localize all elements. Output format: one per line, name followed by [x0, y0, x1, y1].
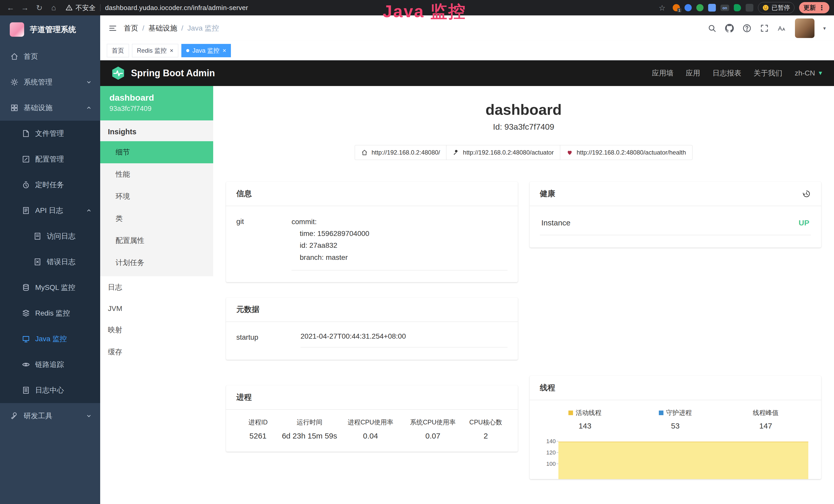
error-log-icon	[34, 258, 42, 266]
menu-fold-icon[interactable]	[108, 24, 117, 32]
process-table-values: 5261 6d 23h 15m 59s 0.04 0.07 2	[236, 432, 507, 440]
sidebar-item-devtools[interactable]: 研发工具	[0, 403, 100, 429]
home-icon	[361, 149, 368, 156]
breadcrumb-home[interactable]: 首页	[124, 23, 138, 33]
sidebar-item-file-mgmt[interactable]: 文件管理	[0, 121, 100, 146]
sidebar-item-home[interactable]: 首页	[0, 44, 100, 69]
api-log-icon	[22, 206, 30, 215]
sba-nav-applications[interactable]: 应用	[686, 68, 700, 78]
sidebar-item-label: 文件管理	[35, 129, 64, 138]
avatar[interactable]	[795, 19, 814, 38]
extension-icon-orange[interactable]: 1	[673, 4, 680, 11]
help-icon[interactable]	[743, 24, 751, 32]
mysql-icon	[22, 283, 30, 292]
kebab-menu-icon[interactable]: ⋮	[818, 4, 825, 12]
extensions-paused-pill[interactable]: 已暂停	[758, 2, 794, 13]
annotation-java-monitor: Java 监控	[383, 0, 466, 23]
sba-item-classes[interactable]: 类	[100, 207, 213, 230]
tags-view-bar: 首页 Redis 监控 × Java 监控 ×	[100, 41, 834, 60]
tab-home[interactable]: 首页	[107, 44, 129, 57]
sba-nav-about[interactable]: 关于我们	[753, 68, 782, 78]
extension-icon-blue-drop[interactable]	[684, 4, 692, 11]
browser-update-button[interactable]: 更新 ⋮	[799, 2, 829, 13]
fullscreen-icon[interactable]	[760, 24, 769, 32]
sba-item-mappings[interactable]: 映射	[100, 319, 213, 341]
legend-label: 活动线程	[576, 409, 601, 417]
tab-redis-monitor[interactable]: Redis 监控 ×	[132, 44, 178, 57]
sidebar-item-label: 链路追踪	[35, 360, 64, 369]
health-card-title: 健康	[540, 188, 555, 199]
tick-mark	[556, 441, 558, 441]
process-card-title: 进程	[236, 392, 252, 403]
sidebar-item-config-mgmt[interactable]: 配置管理	[0, 146, 100, 172]
actuator-url-link[interactable]: http://192.168.0.2:48080/actuator	[446, 145, 560, 160]
java-monitor-icon	[22, 335, 30, 343]
bookmark-star-icon[interactable]: ☆	[656, 3, 668, 12]
app-logo-row[interactable]: 芋道管理系统	[0, 16, 100, 44]
github-icon[interactable]	[725, 24, 734, 32]
sba-item-config-props[interactable]: 配置属性	[100, 230, 213, 252]
extension-icon-green-circle[interactable]	[696, 4, 704, 11]
service-url-link[interactable]: http://192.168.0.2:48080/	[355, 145, 446, 160]
active-dot	[186, 49, 189, 52]
extension-icon-puzzle[interactable]	[746, 4, 753, 12]
sba-nav-wallboard[interactable]: 应用墙	[652, 68, 674, 78]
close-icon[interactable]: ×	[222, 47, 226, 54]
sba-locale-select[interactable]: zh-CN ▼	[795, 69, 823, 77]
sidebar-item-log-center[interactable]: 日志中心	[0, 377, 100, 403]
font-size-icon[interactable]	[777, 24, 786, 32]
instance-name: dashboard	[109, 93, 204, 103]
sba-item-details[interactable]: 细节	[100, 141, 213, 163]
sidebar-item-infrastructure[interactable]: 基础设施	[0, 95, 100, 121]
sidebar-item-mysql-monitor[interactable]: MySQL 监控	[0, 275, 100, 300]
sidebar-item-java-monitor[interactable]: Java 监控	[0, 326, 100, 352]
sba-item-logs[interactable]: 日志	[100, 276, 213, 298]
forward-icon[interactable]: →	[19, 3, 31, 12]
timer-icon	[22, 181, 30, 189]
insights-label: Insights	[100, 120, 213, 141]
sidebar-item-redis-monitor[interactable]: Redis 监控	[0, 300, 100, 326]
extension-icon-on-switch[interactable]: on	[721, 5, 729, 11]
health-url-link[interactable]: http://192.168.0.2:48080/actuator/health	[560, 145, 693, 160]
sidebar-item-error-log[interactable]: 错误日志	[0, 249, 100, 275]
home-icon[interactable]: ⌂	[48, 3, 60, 12]
history-icon[interactable]	[802, 189, 811, 198]
sba-item-environment[interactable]: 环境	[100, 185, 213, 207]
breadcrumb-separator: /	[181, 24, 183, 32]
tab-label: Java 监控	[192, 46, 219, 55]
reload-icon[interactable]: ↻	[34, 3, 45, 12]
extension-icon-leaf[interactable]	[734, 4, 741, 11]
sba-item-jvm[interactable]: JVM	[100, 298, 213, 319]
avatar-caret-down-icon[interactable]: ▾	[823, 25, 826, 31]
git-commit-line: commit:	[291, 216, 507, 228]
threads-card-title: 线程	[540, 383, 555, 393]
search-icon[interactable]	[708, 24, 716, 32]
sba-instance-block[interactable]: dashboard 93a3fc7f7409	[100, 86, 213, 120]
sba-item-scheduled-tasks[interactable]: 计划任务	[100, 252, 213, 274]
sba-item-caches[interactable]: 缓存	[100, 341, 213, 363]
sba-nav-journal[interactable]: 日志报表	[712, 68, 741, 78]
health-instance-label: Instance	[542, 219, 570, 227]
sidebar-item-access-log[interactable]: 访问日志	[0, 223, 100, 249]
extension-icon-grid[interactable]	[708, 4, 716, 12]
sba-item-metrics[interactable]: 性能	[100, 163, 213, 185]
breadcrumb: 首页 / 基础设施 / Java 监控	[124, 23, 219, 33]
col-pid: 进程ID	[236, 418, 280, 427]
heart-icon	[566, 149, 573, 156]
address-bar[interactable]: 不安全 dashboard.yudao.iocoder.cn/infra/adm…	[66, 3, 248, 12]
sidebar-item-tracing[interactable]: 链路追踪	[0, 352, 100, 377]
link-url: http://192.168.0.2:48080/actuator	[463, 149, 554, 156]
sidebar-item-label: MySQL 监控	[35, 283, 75, 293]
breadcrumb-section[interactable]: 基础设施	[149, 23, 177, 33]
sidebar-item-api-log[interactable]: API 日志	[0, 198, 100, 223]
security-label: 不安全	[75, 3, 95, 12]
tab-java-monitor[interactable]: Java 监控 ×	[181, 44, 231, 57]
topbar: 首页 / 基础设施 / Java 监控 ▾	[100, 16, 834, 41]
close-icon[interactable]: ×	[170, 47, 173, 54]
sidebar-item-system-mgmt[interactable]: 系统管理	[0, 69, 100, 95]
val-cpu-cores: 2	[464, 432, 507, 440]
back-icon[interactable]: ←	[5, 3, 17, 12]
val-system-cpu: 0.07	[402, 432, 464, 440]
sba-brand[interactable]: Spring Boot Admin	[131, 68, 215, 78]
sidebar-item-scheduled-jobs[interactable]: 定时任务	[0, 172, 100, 198]
